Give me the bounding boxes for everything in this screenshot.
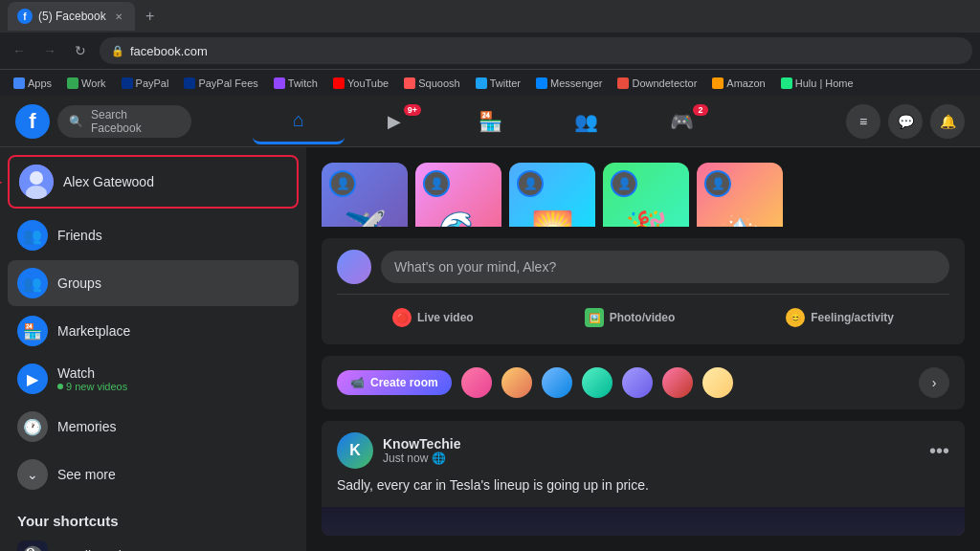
feeling-activity-button[interactable]: 😊 Feeling/activity xyxy=(774,302,905,333)
nav-friends[interactable]: 👥 xyxy=(540,99,632,144)
notifications-button[interactable]: 🔔 xyxy=(930,104,965,139)
forward-button[interactable]: → xyxy=(38,39,61,62)
shortcut-8ball[interactable]: 🎱 8 Ball Pool xyxy=(8,533,299,551)
bookmark-icon xyxy=(536,77,547,89)
bookmark-icon xyxy=(122,77,133,89)
photo-video-button[interactable]: 🖼️ Photo/video xyxy=(573,302,687,333)
post-user-avatar: K xyxy=(337,432,373,469)
live-video-button[interactable]: 🔴 Live video xyxy=(381,302,485,333)
sidebar-item-friends[interactable]: 👥 Friends xyxy=(8,212,299,258)
memories-label: Memories xyxy=(57,419,116,434)
sidebar-item-memories[interactable]: 🕐 Memories xyxy=(8,404,299,450)
nav-center: ⌂ ▶ 9+ 🏪 👥 🎮 2 xyxy=(253,99,727,144)
room-avatar-2[interactable] xyxy=(501,367,532,398)
bookmark-downdetector[interactable]: Downdetector xyxy=(612,76,702,91)
bookmark-paypal-fees[interactable]: PayPal Fees xyxy=(178,76,263,91)
story-card-4[interactable]: 🎉 👤 Friend xyxy=(603,163,689,227)
red-arrow-indicator: ━━━▶ xyxy=(0,171,1,192)
rooms-row: 📹 Create room › xyxy=(322,356,965,409)
bookmark-twitter[interactable]: Twitter xyxy=(470,76,526,91)
post-placeholder: What's on your mind, Alex? xyxy=(394,259,556,275)
8ball-icon: 🎱 xyxy=(17,540,48,551)
post-header: K KnowTechie Just now 🌐 ••• xyxy=(322,421,965,476)
story-card-3[interactable]: 🌅 👤 Friend xyxy=(509,163,595,227)
story-card-2[interactable]: 🌊 👤 Friend xyxy=(415,163,501,227)
shortcuts-title: Your shortcuts xyxy=(8,505,299,533)
more-rooms-button[interactable]: › xyxy=(919,367,949,398)
room-avatar-4[interactable] xyxy=(582,367,612,398)
post-more-button[interactable]: ••• xyxy=(929,440,949,462)
bookmark-twitch[interactable]: Twitch xyxy=(268,76,323,91)
nav-right: ≡ 💬 🔔 xyxy=(846,104,965,139)
messenger-button[interactable]: 💬 xyxy=(888,104,923,139)
bookmark-youtube[interactable]: YouTube xyxy=(327,76,394,91)
watch-icon: ▶ xyxy=(388,111,401,132)
room-avatar-7[interactable] xyxy=(702,367,733,398)
story-avatar-3: 👤 xyxy=(517,170,544,197)
bookmark-amazon[interactable]: Amazon xyxy=(706,76,770,91)
shortcuts-section: Your shortcuts 🎱 8 Ball Pool 🍬 Candy Cru… xyxy=(8,505,299,551)
new-indicator xyxy=(57,384,63,389)
room-avatar-1[interactable] xyxy=(461,367,492,398)
post-user-info: KnowTechie Just now 🌐 xyxy=(383,436,920,465)
active-tab[interactable]: f (5) Facebook ✕ xyxy=(8,2,135,31)
sidebar-item-watch[interactable]: ▶ Watch 9 new videos xyxy=(8,356,299,402)
bookmark-icon xyxy=(184,77,195,89)
nav-home[interactable]: ⌂ xyxy=(253,99,345,144)
tab-close-button[interactable]: ✕ xyxy=(112,10,125,23)
photo-video-label: Photo/video xyxy=(610,311,676,324)
gaming-icon: 🎮 xyxy=(670,110,694,133)
whats-on-your-mind-input[interactable]: What's on your mind, Alex? xyxy=(381,251,949,283)
post-meta: Just now 🌐 xyxy=(383,452,920,465)
bookmark-work[interactable]: Work xyxy=(61,76,111,91)
story-card-5[interactable]: 🏔️ 👤 Friend xyxy=(697,163,783,227)
watch-label: Watch xyxy=(57,365,127,381)
live-video-label: Live video xyxy=(417,311,474,324)
username-label: Alex Gatewood xyxy=(63,174,154,189)
groups-label: Groups xyxy=(57,276,101,291)
friends-icon: 👥 xyxy=(574,110,598,133)
sidebar-item-groups[interactable]: 👥 Groups xyxy=(8,260,299,306)
bookmark-icon xyxy=(617,77,629,89)
stories-row: ✈️ 👤 TRAVEL 🌊 👤 Friend 🌅 👤 xyxy=(322,163,965,227)
bookmark-hulu[interactable]: Hulu | Home xyxy=(775,76,859,91)
reload-button[interactable]: ↻ xyxy=(69,39,92,62)
search-bar[interactable]: 🔍 Search Facebook xyxy=(57,105,191,138)
lock-icon: 🔒 xyxy=(111,45,124,57)
address-bar[interactable]: 🔒 facebook.com xyxy=(100,37,972,64)
search-icon: 🔍 xyxy=(69,115,83,128)
bookmark-paypal[interactable]: PayPal xyxy=(116,76,175,91)
sidebar-item-marketplace[interactable]: 🏪 Marketplace xyxy=(8,308,299,354)
tab-bar: f (5) Facebook ✕ + xyxy=(0,0,980,33)
bookmark-squoosh[interactable]: Squoosh xyxy=(398,76,465,91)
post-text: Sadly, every car in Tesla's lineup is go… xyxy=(322,476,965,507)
room-avatar-6[interactable] xyxy=(662,367,693,398)
navigation-bar: ← → ↻ 🔒 facebook.com xyxy=(0,33,980,69)
create-room-button[interactable]: 📹 Create room xyxy=(337,370,452,395)
facebook-logo[interactable]: f xyxy=(15,104,50,139)
groups-icon: 👥 xyxy=(17,268,48,298)
chevron-down-icon: ⌄ xyxy=(17,459,48,490)
see-more-button[interactable]: ⌄ See more xyxy=(8,452,299,497)
bookmark-icon xyxy=(404,77,415,89)
post-image-bg xyxy=(322,507,965,536)
nav-gaming[interactable]: 🎮 2 xyxy=(635,99,727,144)
nav-marketplace[interactable]: 🏪 xyxy=(444,99,536,144)
browser-chrome: f (5) Facebook ✕ + ← → ↻ 🔒 facebook.com … xyxy=(0,0,980,96)
room-avatar-3[interactable] xyxy=(542,367,572,398)
bookmark-messenger[interactable]: Messenger xyxy=(530,76,608,91)
room-avatar-5[interactable] xyxy=(622,367,653,398)
memories-icon: 🕐 xyxy=(17,411,48,442)
new-tab-button[interactable]: + xyxy=(139,5,162,28)
story-card-1[interactable]: ✈️ 👤 TRAVEL xyxy=(322,163,408,227)
back-button[interactable]: ← xyxy=(8,39,31,62)
post-image: 𝕋 K xyxy=(322,507,965,536)
bookmark-apps[interactable]: Apps xyxy=(8,76,57,91)
bookmark-icon xyxy=(476,77,487,89)
facebook-topnav: f 🔍 Search Facebook ⌂ ▶ 9+ 🏪 👥 xyxy=(0,96,980,147)
sidebar-user-profile[interactable]: ━━━▶ Alex Gatewood xyxy=(8,155,299,209)
story-avatar-5: 👤 xyxy=(704,170,731,197)
menu-button[interactable]: ≡ xyxy=(846,104,880,139)
nav-watch[interactable]: ▶ 9+ xyxy=(348,99,440,144)
watch-icon: ▶ xyxy=(17,364,48,394)
